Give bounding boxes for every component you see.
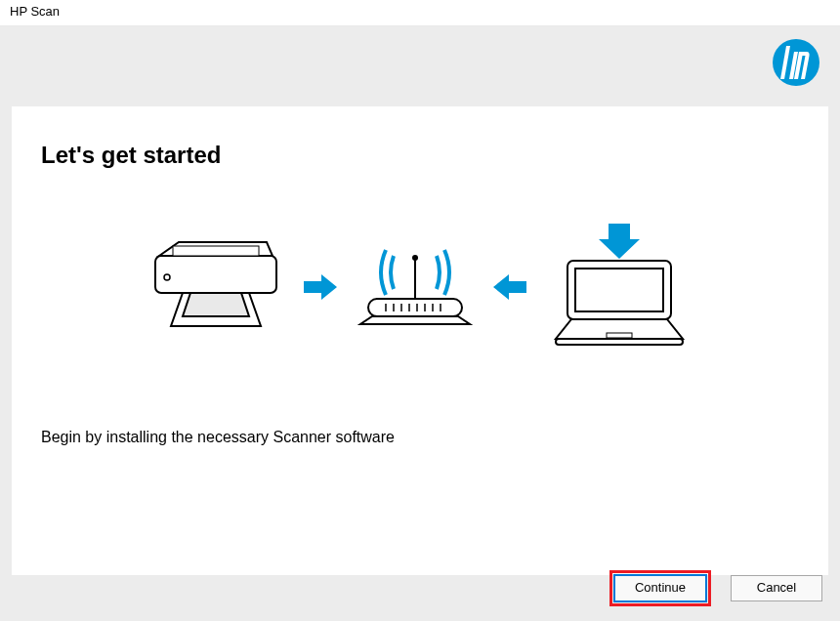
svg-marker-7 — [304, 274, 337, 300]
instruction-text: Begin by installing the necessary Scanne… — [41, 429, 799, 446]
svg-marker-6 — [183, 293, 249, 316]
content-panel: Let's get started — [12, 106, 828, 575]
svg-rect-26 — [607, 333, 632, 338]
svg-rect-23 — [575, 269, 663, 311]
window-titlebar: HP Scan — [0, 0, 840, 26]
laptop-icon — [546, 224, 693, 351]
svg-marker-20 — [493, 274, 526, 300]
connection-illustration — [41, 224, 799, 351]
router-icon — [357, 238, 474, 336]
svg-marker-19 — [360, 316, 470, 324]
continue-button[interactable]: Continue — [614, 575, 706, 601]
installer-body: Let's get started — [0, 26, 840, 621]
continue-highlight: Continue — [609, 570, 711, 606]
arrow-right-icon — [304, 272, 337, 302]
svg-point-9 — [412, 255, 418, 261]
svg-rect-25 — [556, 339, 683, 345]
arrow-left-icon — [493, 272, 526, 302]
window-title: HP Scan — [10, 4, 60, 19]
svg-rect-2 — [155, 256, 276, 293]
svg-rect-10 — [368, 299, 462, 316]
printer-icon — [147, 238, 284, 336]
svg-rect-3 — [173, 246, 259, 256]
button-bar: Continue Cancel — [12, 568, 828, 607]
page-heading: Let's get started — [41, 142, 799, 169]
svg-marker-21 — [599, 224, 640, 259]
hp-logo — [772, 38, 820, 87]
cancel-button[interactable]: Cancel — [731, 575, 822, 601]
